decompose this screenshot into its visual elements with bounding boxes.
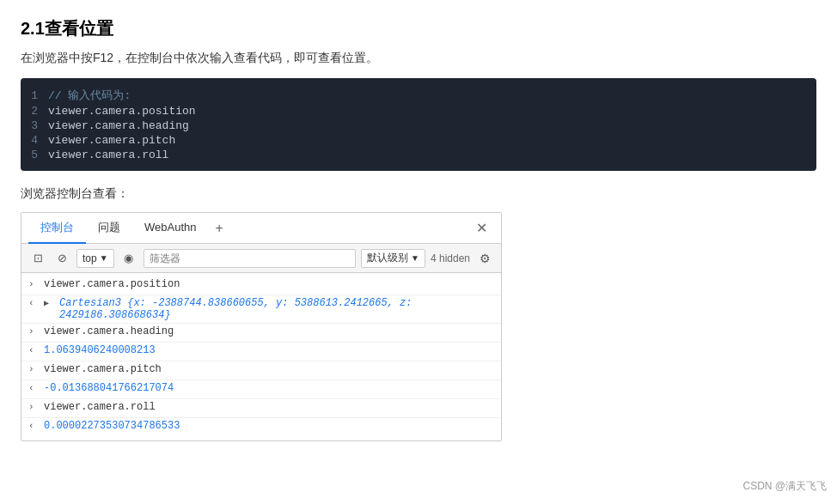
console-output-arrow: ‹ (28, 420, 40, 431)
line-number: 3 (21, 119, 48, 132)
line-code: viewer.camera.position (48, 105, 196, 118)
hidden-count: 4 hidden (431, 252, 470, 264)
line-code: // 输入代码为: (48, 88, 131, 103)
eye-icon[interactable]: ◉ (119, 249, 138, 268)
console-input-arrow: › (28, 363, 40, 374)
code-line: 1// 输入代码为: (21, 87, 816, 104)
console-output: ›viewer.camera.position‹▶Cartesian3 {x: … (21, 273, 501, 440)
code-line: 3viewer.camera.heading (21, 118, 816, 133)
forward-icon[interactable]: ⊡ (28, 249, 47, 268)
console-row: ‹▶Cartesian3 {x: -2388744.838660655, y: … (21, 295, 501, 324)
console-input-arrow: › (28, 325, 40, 337)
line-number: 4 (21, 134, 48, 147)
devtools-tabbar: 控制台 问题 WebAuthn + ✕ (21, 213, 501, 244)
watermark: CSDN @满天飞飞 (742, 479, 827, 494)
line-code: viewer.camera.pitch (48, 134, 175, 147)
console-row: ›viewer.camera.roll (21, 399, 501, 418)
console-text: -0.013688041766217074 (44, 382, 494, 394)
console-input-arrow: › (28, 278, 40, 289)
console-row: ‹1.0639406240008213 (21, 343, 501, 361)
console-text: viewer.camera.pitch (44, 363, 494, 375)
tab-add-button[interactable]: + (208, 213, 229, 244)
level-arrow-icon: ▼ (411, 253, 419, 263)
section-label: 浏览器控制台查看： (21, 186, 816, 202)
console-value: Cartesian3 {x: -2388744.838660655, y: 53… (59, 297, 494, 321)
code-line: 5viewer.camera.roll (21, 148, 816, 162)
line-code: viewer.camera.heading (48, 119, 189, 132)
top-label: top (82, 252, 97, 264)
console-text: 0.00002273530734786533 (44, 420, 494, 432)
gear-icon[interactable]: ⚙ (475, 249, 494, 268)
console-input-arrow: › (28, 401, 40, 412)
devtools-panel: 控制台 问题 WebAuthn + ✕ ⊡ ⊘ top ▼ ◉ 默认级别 ▼ 4… (21, 212, 502, 441)
log-level-dropdown[interactable]: 默认级别 ▼ (361, 249, 425, 268)
console-text: viewer.camera.position (44, 278, 494, 290)
block-icon[interactable]: ⊘ (52, 249, 71, 268)
console-left-arrow: ‹ (28, 297, 40, 308)
level-label: 默认级别 (367, 251, 408, 265)
dropdown-arrow-icon: ▼ (100, 253, 108, 263)
page-title: 2.1查看位置 (21, 17, 816, 40)
devtools-toolbar: ⊡ ⊘ top ▼ ◉ 默认级别 ▼ 4 hidden ⚙ (21, 244, 501, 273)
console-text: viewer.camera.heading (44, 325, 494, 337)
console-text: viewer.camera.roll (44, 401, 494, 413)
filter-input[interactable] (144, 249, 356, 268)
top-dropdown[interactable]: top ▼ (76, 249, 114, 268)
console-expand-arrow[interactable]: ▶ (44, 297, 56, 308)
line-number: 2 (21, 105, 48, 118)
line-code: viewer.camera.roll (48, 149, 168, 161)
console-text: 1.0639406240008213 (44, 344, 494, 356)
console-output-arrow: ‹ (28, 382, 40, 393)
console-row: ‹0.00002273530734786533 (21, 418, 501, 437)
console-row: ›viewer.camera.pitch (21, 361, 501, 380)
tab-issues[interactable]: 问题 (86, 213, 132, 244)
code-block: 1// 输入代码为:2viewer.camera.position3viewer… (21, 78, 816, 171)
tab-close-button[interactable]: ✕ (469, 213, 494, 244)
tab-webauthn[interactable]: WebAuthn (132, 213, 208, 244)
console-row: ›viewer.camera.heading (21, 324, 501, 343)
console-row: ›viewer.camera.position (21, 276, 501, 295)
line-number: 5 (21, 149, 48, 161)
code-line: 2viewer.camera.position (21, 104, 816, 118)
console-output-arrow: ‹ (28, 344, 40, 355)
tab-console[interactable]: 控制台 (28, 213, 86, 244)
console-row: ‹-0.013688041766217074 (21, 380, 501, 399)
code-line: 4viewer.camera.pitch (21, 133, 816, 148)
description-text: 在浏览器中按F12，在控制台中依次输入查看代码，即可查看位置。 (21, 51, 816, 66)
line-number: 1 (21, 89, 48, 102)
